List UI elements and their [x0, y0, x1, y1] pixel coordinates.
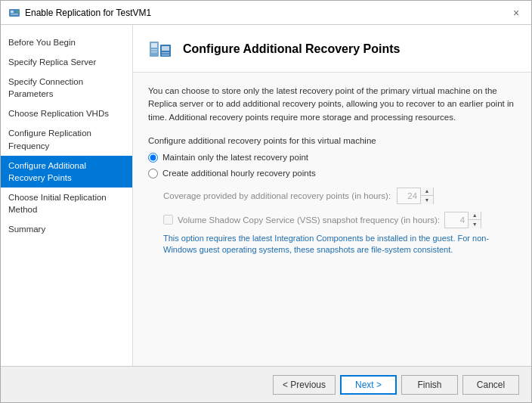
radio-option-maintain-latest[interactable]: Maintain only the latest recovery point	[148, 153, 516, 163]
vss-spin-up[interactable]: ▲	[469, 212, 481, 220]
content-area: Before You Begin Specify Replica Server …	[1, 25, 531, 366]
svg-rect-5	[151, 43, 157, 48]
main-content: Configure Additional Recovery Points You…	[133, 25, 531, 366]
page-title: Configure Additional Recovery Points	[183, 42, 400, 56]
sidebar-item-configure-replication-frequency[interactable]: Configure Replication Frequency	[1, 123, 132, 155]
svg-point-3	[17, 11, 20, 13]
coverage-spin-buttons: ▲ ▼	[420, 188, 433, 204]
svg-rect-2	[11, 14, 18, 15]
svg-rect-6	[151, 49, 157, 51]
svg-rect-0	[9, 9, 20, 17]
radio-group: Maintain only the latest recovery point …	[148, 153, 516, 178]
svg-rect-9	[162, 46, 169, 51]
window-title: Enable Replication for TestVM1	[25, 8, 151, 18]
vss-label: Volume Shadow Copy Service (VSS) snapsho…	[178, 215, 440, 225]
vss-input[interactable]: 4	[445, 212, 468, 228]
footer: < Previous Next > Finish Cancel	[1, 366, 531, 402]
coverage-input[interactable]: 24	[397, 188, 420, 203]
svg-rect-1	[11, 11, 14, 13]
sidebar-item-choose-initial-replication-method[interactable]: Choose Initial Replication Method	[1, 188, 132, 219]
close-button[interactable]: ×	[509, 5, 524, 20]
title-bar-left: Enable Replication for TestVM1	[8, 7, 151, 19]
vss-checkbox-row: Volume Shadow Copy Service (VSS) snapsho…	[163, 212, 516, 228]
next-button[interactable]: Next >	[340, 375, 397, 395]
coverage-spin-down[interactable]: ▼	[421, 196, 433, 204]
radio-option-create-additional[interactable]: Create additional hourly recovery points	[148, 169, 516, 178]
svg-rect-10	[162, 52, 169, 54]
sidebar-item-before-you-begin[interactable]: Before You Begin	[1, 33, 132, 52]
sidebar-item-choose-replication-vhds[interactable]: Choose Replication VHDs	[1, 104, 132, 123]
page-body: You can choose to store only the latest …	[133, 73, 531, 366]
radio-maintain-latest[interactable]	[148, 153, 158, 163]
svg-rect-11	[162, 54, 169, 56]
section-label: Configure additional recovery points for…	[148, 136, 516, 145]
page-header: Configure Additional Recovery Points	[133, 25, 531, 73]
coverage-spinner[interactable]: 24 ▲ ▼	[397, 188, 434, 204]
svg-rect-7	[151, 51, 157, 53]
vss-spinner[interactable]: 4 ▲ ▼	[444, 212, 481, 228]
sidebar-item-specify-replica-server[interactable]: Specify Replica Server	[1, 52, 132, 72]
previous-button[interactable]: < Previous	[273, 375, 336, 395]
coverage-label: Coverage provided by additional recovery…	[163, 191, 391, 200]
sidebar-item-summary[interactable]: Summary	[1, 219, 132, 239]
vss-checkbox[interactable]	[163, 215, 173, 225]
vss-spin-buttons: ▲ ▼	[468, 212, 481, 228]
vss-note-text: This option requires the latest Integrat…	[163, 233, 516, 256]
page-header-icon	[148, 37, 172, 61]
indented-section: Coverage provided by additional recovery…	[163, 188, 516, 256]
radio-create-additional[interactable]	[148, 169, 158, 178]
radio-maintain-latest-label: Maintain only the latest recovery point	[162, 153, 308, 162]
app-icon	[8, 7, 20, 19]
finish-button[interactable]: Finish	[401, 375, 458, 395]
cancel-button[interactable]: Cancel	[462, 375, 519, 395]
coverage-spin-up[interactable]: ▲	[421, 188, 433, 196]
sidebar-item-specify-connection-parameters[interactable]: Specify Connection Parameters	[1, 72, 132, 104]
sidebar-item-configure-additional-recovery-points[interactable]: Configure Additional Recovery Points	[1, 156, 132, 188]
main-window: Enable Replication for TestVM1 × Before …	[0, 0, 532, 403]
title-bar: Enable Replication for TestVM1 ×	[1, 1, 531, 25]
vss-spin-down[interactable]: ▼	[469, 220, 481, 228]
sidebar: Before You Begin Specify Replica Server …	[1, 25, 133, 366]
coverage-field-row: Coverage provided by additional recovery…	[163, 188, 516, 204]
description-text: You can choose to store only the latest …	[148, 85, 516, 124]
radio-create-additional-label: Create additional hourly recovery points	[162, 169, 316, 178]
